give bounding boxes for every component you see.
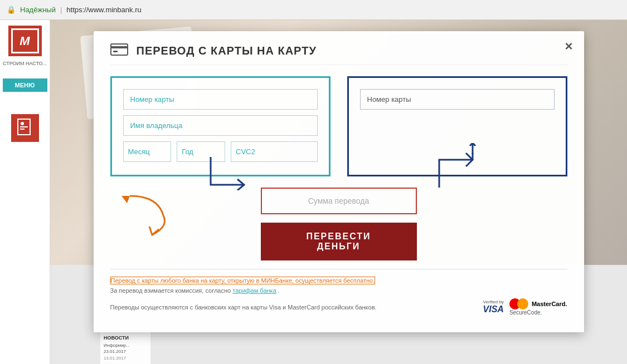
source-card-number-input[interactable]: Номер карты: [123, 89, 318, 110]
modal-close-button[interactable]: ×: [565, 40, 572, 53]
securecode-text: SecureCode.: [509, 309, 542, 316]
fee-label: За перевод взимается комиссия, согласно: [110, 287, 231, 294]
fee-end: .: [278, 287, 280, 294]
mastercard-text: MasterCard.: [532, 301, 567, 307]
source-card-month-input[interactable]: Месяц: [123, 141, 172, 162]
orange-arrow-svg: [119, 193, 174, 238]
footer-bottom: Переводы осуществляются с банковских кар…: [110, 298, 567, 316]
free-transfer-notice: Перевод с карты любого банка на карту, о…: [110, 277, 376, 284]
sidebar-doc-icon: [11, 114, 39, 142]
doc-svg: [17, 118, 33, 138]
secure-lock-icon: 🔒: [7, 6, 16, 14]
browser-bar: 🔒 Надёжный | https://www.minbank.ru: [0, 0, 627, 20]
footer-logos: Verified by VISA MasterCard. Secu: [483, 298, 567, 316]
url-separator: |: [60, 6, 62, 14]
svg-rect-3: [111, 46, 128, 48]
page-wrapper: М СТРОИМ НАСТО... МЕНЮ: [0, 20, 627, 364]
transfer-button[interactable]: ПЕРЕВЕСТИ ДЕНЬГИ: [261, 223, 417, 260]
tariff-link[interactable]: тарифам банка: [232, 287, 276, 294]
mc-right-circle: [517, 298, 528, 309]
menu-button[interactable]: МЕНЮ: [3, 78, 47, 92]
modal-overlay: ПЕРЕВОД С КАРТЫ НА КАРТУ × Номер карты И…: [50, 20, 627, 364]
browser-url: https://www.minbank.ru: [66, 6, 141, 14]
modal-title: ПЕРЕВОД С КАРТЫ НА КАРТУ: [137, 45, 317, 57]
footer-highlight-text: Перевод с карты любого банка на карту, о…: [110, 275, 567, 285]
mastercard-securecode-logo: MasterCard. SecureCode.: [509, 298, 567, 316]
svg-rect-2: [111, 44, 128, 55]
modal-footer: Перевод с карты любого банка на карту, о…: [110, 269, 567, 316]
amount-input[interactable]: Сумма перевода: [261, 188, 417, 214]
svg-point-1: [21, 122, 24, 125]
page-bg: ПЕРЕВОД С КАРТЫ НА КАРТУ × Номер карты И…: [50, 20, 627, 364]
modal-header: ПЕРЕВОД С КАРТЫ НА КАРТУ ×: [110, 42, 567, 65]
sidebar-logo: М: [8, 26, 42, 56]
transfer-btn-row: ПЕРЕВЕСТИ ДЕНЬГИ: [110, 223, 567, 260]
cards-row: Номер карты Имя владельца Месяц Год CVC2…: [110, 76, 567, 176]
footer-cards-info: Переводы осуществляются с банковских кар…: [110, 304, 377, 311]
svg-rect-4: [113, 51, 118, 52]
secure-label: Надёжный: [20, 6, 56, 14]
verified-visa-logo: Verified by VISA: [483, 299, 504, 314]
sidebar: М СТРОИМ НАСТО... МЕНЮ: [0, 20, 50, 364]
dest-card-number-input[interactable]: Номер карты: [360, 89, 555, 110]
arrow-right-svg: [434, 143, 478, 193]
visa-label: VISA: [483, 304, 504, 314]
verified-by-text: Verified by: [483, 299, 504, 304]
logo-text: М: [20, 34, 30, 48]
mastercard-circles: MasterCard.: [509, 298, 567, 309]
card-transfer-icon: [110, 42, 128, 59]
logo-inner: М: [11, 28, 39, 53]
source-card-owner-input[interactable]: Имя владельца: [123, 115, 318, 136]
arrow-left-svg: [205, 151, 250, 190]
transfer-row: Сумма перевода: [110, 188, 567, 214]
card-icon-svg: [110, 42, 128, 56]
modal-dialog: ПЕРЕВОД С КАРТЫ НА КАРТУ × Номер карты И…: [94, 31, 584, 332]
footer-fee-text: За перевод взимается комиссия, согласно …: [110, 287, 567, 294]
sidebar-tagline: СТРОИМ НАСТО...: [3, 61, 47, 67]
